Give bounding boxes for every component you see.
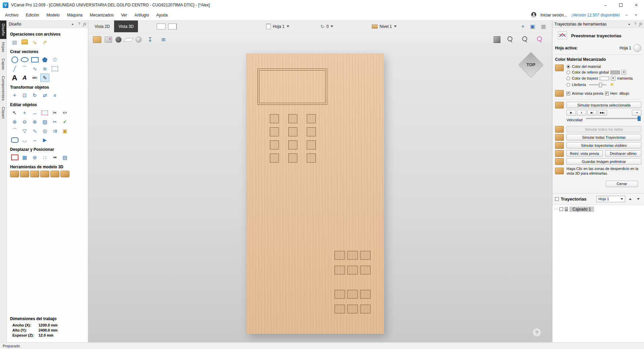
align-selection-icon[interactable] — [10, 153, 19, 162]
skip-to-end-button[interactable]: ⇥ — [632, 110, 641, 116]
maximize-button[interactable] — [613, 0, 629, 10]
menu-maquina[interactable]: Máquina — [63, 10, 86, 20]
menu-modelo[interactable]: Modelo — [43, 10, 63, 20]
hatch-fill-icon[interactable]: ▨ — [40, 118, 49, 126]
close-button[interactable]: Cerrar — [606, 181, 638, 187]
dock-panel-icon[interactable]: ▸ — [71, 22, 75, 26]
copy-along-path-icon[interactable]: ∷ — [40, 153, 49, 162]
minimize-button[interactable]: – — [598, 0, 613, 10]
gouge-tool-icon[interactable] — [115, 37, 121, 43]
view-orientation-indicator[interactable]: TOP — [518, 52, 543, 77]
side-tab-diseno[interactable]: Diseño — [0, 20, 6, 39]
viewport-3d[interactable]: TOP ? — [88, 47, 552, 342]
simulate-selected-button[interactable]: Simular trayectoria seleccionada — [566, 102, 641, 108]
material-block-icon[interactable] — [93, 36, 101, 43]
import-vectors-icon[interactable]: ⇘ — [30, 38, 39, 46]
speed-slider-handle[interactable] — [638, 116, 641, 121]
split-view-layout-icon[interactable] — [168, 24, 177, 30]
draw-freehand-icon[interactable]: ≋ — [40, 64, 49, 73]
draw-curve-icon[interactable]: ∿ — [30, 64, 39, 73]
snap-cursor-icon[interactable]: ⌖ — [522, 24, 525, 30]
material-color-radio[interactable] — [566, 65, 570, 69]
help-icon[interactable]: ? — [633, 22, 637, 26]
menu-ayuda[interactable]: Ayuda — [153, 10, 171, 20]
scale-object-icon[interactable]: ⊡ — [20, 91, 29, 99]
speed-slider[interactable] — [586, 118, 641, 119]
side-tab-hojas[interactable]: Hojas — [0, 39, 6, 55]
close-vector-icon[interactable]: ⌣ — [30, 136, 39, 144]
toolpath-checkbox[interactable] — [559, 207, 563, 211]
sculpt-3d-icon[interactable] — [30, 171, 39, 177]
pin-icon[interactable] — [83, 23, 87, 26]
dock-panel-icon[interactable]: ◂ — [627, 22, 631, 26]
new-file-icon[interactable]: ▤ — [10, 38, 19, 46]
draw-rectangle-icon[interactable] — [30, 55, 39, 64]
sphere-tool-icon[interactable] — [136, 37, 142, 43]
import-3d-component-icon[interactable] — [10, 171, 19, 177]
rotate-object-icon[interactable]: ↻ — [30, 91, 39, 99]
weld-vectors-icon[interactable]: ⊕ — [10, 118, 19, 126]
close-button[interactable]: × — [629, 0, 644, 10]
save-preview-button[interactable]: Guardar Imágen preliminar — [566, 158, 641, 165]
draw-star-icon[interactable]: ☆ — [50, 55, 59, 64]
panel-minimize-button[interactable]: – — [624, 13, 629, 17]
side-tab-clipart[interactable]: Clipart — [0, 104, 6, 122]
move-toolpath-up-button[interactable] — [627, 196, 633, 202]
menu-mecanizados[interactable]: Mecanizados — [86, 10, 117, 20]
subtract-vectors-icon[interactable]: ⊖ — [20, 118, 29, 126]
nesting-icon[interactable]: ▧ — [60, 153, 69, 162]
draw-text-icon[interactable]: A — [10, 74, 19, 82]
reset-preview-button[interactable]: Reini. vista previa — [566, 150, 603, 157]
smooth-3d-icon[interactable] — [40, 171, 49, 177]
trim-vectors-icon[interactable]: ✂ — [50, 118, 59, 126]
menu-edicion[interactable]: Edición — [22, 10, 43, 20]
zoom-out-icon[interactable] — [505, 35, 515, 44]
level-selector[interactable]: Nivel 1 — [372, 24, 397, 29]
create-3d-shape-icon[interactable] — [20, 171, 29, 177]
fit-curves-icon[interactable]: ⌒ — [10, 127, 19, 135]
menu-archivo[interactable]: Archivo — [1, 10, 22, 20]
draw-line-icon[interactable]: ╱ — [10, 64, 19, 73]
draw-polygon-icon[interactable] — [40, 55, 49, 64]
sheet-selector[interactable]: Hoja 1 — [266, 24, 289, 29]
move-toolpath-down-button[interactable] — [635, 196, 641, 202]
chamfer-tool-icon[interactable]: ▽ — [20, 127, 29, 135]
plane-tool-icon[interactable] — [123, 38, 134, 42]
export-vectors-icon[interactable]: ⇗ — [40, 38, 49, 46]
draw-tools-checkbox[interactable] — [605, 92, 609, 95]
align-objects-icon[interactable]: ≡ — [50, 91, 59, 99]
draw-sketch-icon[interactable]: ✎ — [40, 74, 49, 82]
undo-last-button[interactable]: Deshacer ultimo — [605, 150, 642, 157]
measure-tool-icon[interactable]: ↔ — [30, 108, 39, 117]
grid-array-icon[interactable]: ▦ — [20, 153, 29, 162]
lithophane-radio[interactable] — [566, 83, 570, 87]
text-block-icon[interactable]: AB — [50, 153, 59, 162]
circular-array-icon[interactable]: ⊚ — [30, 153, 39, 162]
menu-ver[interactable]: Ver — [117, 10, 131, 20]
select-tool-icon[interactable]: ↖ — [10, 108, 19, 117]
intersect-vectors-icon[interactable]: ⊗ — [30, 118, 39, 126]
animate-preview-checkbox[interactable] — [566, 92, 570, 95]
distort-tool-icon[interactable]: ∿ — [30, 127, 39, 135]
move-object-icon[interactable]: + — [10, 91, 19, 99]
zoom-selection-icon[interactable] — [535, 35, 545, 44]
offset-3d-icon[interactable] — [60, 171, 69, 177]
snap-grid-icon[interactable]: ▦ — [541, 23, 546, 30]
rotation-selector[interactable]: ↻ 0 — [320, 24, 333, 29]
toolpaths-visibility-checkbox[interactable] — [555, 197, 559, 201]
help-icon[interactable]: ? — [77, 22, 81, 26]
tab-vista-3d[interactable]: Vista 3D — [114, 20, 138, 32]
toolpath-item-cajeado-1[interactable]: Cajeado 1 — [554, 207, 642, 212]
menu-artilugio[interactable]: Artilugio — [131, 10, 153, 20]
texture-wave-icon[interactable]: ≋ — [158, 35, 168, 44]
tree-expander[interactable] — [554, 209, 558, 209]
trace-bitmap-icon[interactable]: ▣ — [60, 127, 69, 135]
toolpath-color-swatch[interactable] — [600, 77, 609, 80]
direction-arrow-icon[interactable]: ▶ — [40, 136, 49, 144]
side-tab-componentes[interactable]: Componentes — [0, 73, 6, 104]
simulate-all-toolpaths-button[interactable]: Simular todas Trayectorias — [566, 134, 641, 140]
fill-color-swatch[interactable] — [610, 71, 620, 74]
help-button[interactable]: ? — [532, 328, 541, 337]
text-spacing-icon[interactable]: ABC — [30, 74, 39, 82]
snap-geometry-icon[interactable]: ▣ — [530, 23, 535, 30]
